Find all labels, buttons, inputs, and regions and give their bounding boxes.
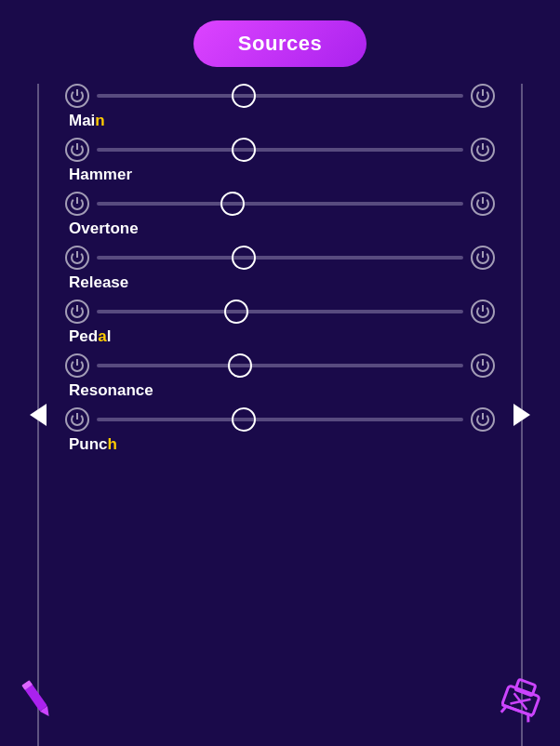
sources-button[interactable]: Sources <box>193 20 367 67</box>
slider-thumb-overtone[interactable] <box>220 192 245 216</box>
slider-row-hammer: Hammer <box>65 138 495 184</box>
slider-thumb-main[interactable] <box>232 84 256 108</box>
slider-controls-release <box>65 246 495 270</box>
power-button-release-right[interactable] <box>471 246 495 270</box>
slider-track-main <box>97 94 463 98</box>
slider-track-wrap-hammer[interactable] <box>97 138 463 162</box>
slider-controls-punch <box>65 407 495 432</box>
slider-thumb-resonance[interactable] <box>228 353 252 378</box>
power-button-main-right[interactable] <box>471 84 495 108</box>
power-button-punch-right[interactable] <box>471 407 495 432</box>
power-button-main-left[interactable] <box>65 84 89 108</box>
power-button-punch-left[interactable] <box>65 407 89 432</box>
slider-controls-main <box>65 84 495 108</box>
slider-thumb-release[interactable] <box>232 246 256 270</box>
header: Sources <box>193 20 367 67</box>
slider-controls-hammer <box>65 138 495 162</box>
slider-controls-overtone <box>65 192 495 216</box>
slider-thumb-punch[interactable] <box>232 407 256 432</box>
sliders-column: Main Hammer <box>56 84 504 746</box>
slider-controls-pedal <box>65 300 495 324</box>
slider-label-resonance: Resonance <box>65 381 495 400</box>
slider-track-release <box>97 256 463 260</box>
power-button-resonance-left[interactable] <box>65 353 89 378</box>
slider-label-overtone: Overtone <box>65 220 495 238</box>
slider-track-wrap-overtone[interactable] <box>97 192 463 216</box>
main-content: Main Hammer <box>0 84 560 746</box>
slider-label-pedal: Pedal <box>65 327 495 346</box>
scroll-left-arrow[interactable] <box>30 404 47 426</box>
slider-track-wrap-main[interactable] <box>97 84 463 108</box>
power-button-pedal-right[interactable] <box>471 300 495 324</box>
power-button-hammer-right[interactable] <box>471 138 495 162</box>
slider-row-pedal: Pedal <box>65 300 495 346</box>
right-arrow-col <box>504 84 560 746</box>
slider-track-hammer <box>97 148 463 152</box>
power-button-overtone-right[interactable] <box>471 192 495 216</box>
slider-track-resonance <box>97 364 463 367</box>
slider-label-main: Main <box>65 112 495 130</box>
slider-controls-resonance <box>65 353 495 378</box>
slider-track-punch <box>97 418 463 421</box>
slider-row-overtone: Overtone <box>65 192 495 238</box>
slider-thumb-pedal[interactable] <box>224 300 248 324</box>
left-arrow-col <box>0 84 56 746</box>
slider-track-wrap-release[interactable] <box>97 246 463 270</box>
slider-row-main: Main <box>65 84 495 130</box>
power-button-pedal-left[interactable] <box>65 300 89 324</box>
slider-label-release: Release <box>65 273 495 292</box>
slider-track-wrap-punch[interactable] <box>97 407 463 432</box>
scroll-right-arrow[interactable] <box>513 404 530 426</box>
power-button-overtone-left[interactable] <box>65 192 89 216</box>
slider-track-overtone <box>97 202 463 206</box>
slider-thumb-hammer[interactable] <box>232 138 256 162</box>
slider-track-wrap-pedal[interactable] <box>97 300 463 324</box>
slider-track-wrap-resonance[interactable] <box>97 353 463 378</box>
slider-row-release: Release <box>65 246 495 292</box>
slider-track-pedal <box>97 310 463 313</box>
power-button-resonance-right[interactable] <box>471 353 495 378</box>
slider-label-hammer: Hammer <box>65 166 495 184</box>
power-button-release-left[interactable] <box>65 246 89 270</box>
power-button-hammer-left[interactable] <box>65 138 89 162</box>
slider-row-resonance: Resonance <box>65 353 495 400</box>
slider-row-punch: Punch <box>65 407 495 454</box>
slider-label-punch: Punch <box>65 435 495 454</box>
